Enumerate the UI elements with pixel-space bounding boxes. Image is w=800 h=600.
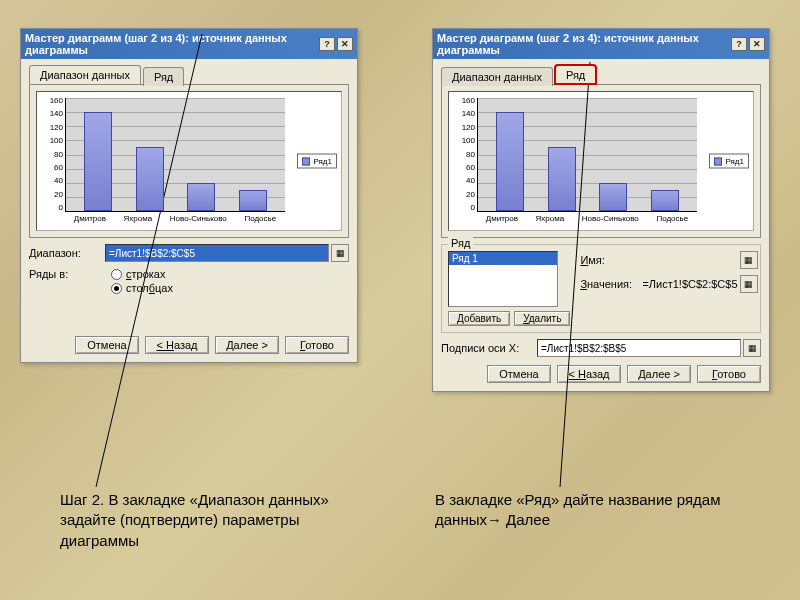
series-item[interactable]: Ряд 1 [449, 252, 557, 265]
titlebar[interactable]: Мастер диаграмм (шаг 2 из 4): источник д… [21, 29, 357, 59]
back-button[interactable]: < Назад [145, 336, 209, 354]
next-button[interactable]: Далее > [627, 365, 691, 383]
delete-series-button[interactable]: Удалить [514, 311, 570, 326]
dialog-buttons: Отмена < Назад Далее > Готово [29, 336, 349, 354]
cancel-button[interactable]: Отмена [75, 336, 139, 354]
add-series-button[interactable]: Добавить [448, 311, 510, 326]
bar-3 [187, 183, 215, 211]
panel-series: 160140120100806040200 Дмитров Яхрома Нов… [441, 84, 761, 238]
series-group-label: Ряд [448, 237, 473, 249]
back-button[interactable]: < Назад [557, 365, 621, 383]
plot-area [477, 98, 697, 212]
x-axis-labels: Дмитров Яхрома Ново-Синьково Подосье [65, 214, 285, 228]
legend: Ряд1 [709, 154, 749, 169]
radio-columns-label: столбцах [126, 282, 173, 294]
chart-wizard-dialog-left: Мастер диаграмм (шаг 2 из 4): источник д… [20, 28, 358, 363]
help-button[interactable]: ? [319, 37, 335, 51]
chart-preview: 160140120100806040200 Дмитров Яхрома Нов… [448, 91, 754, 231]
radio-rows-label: строках [126, 268, 165, 280]
close-button[interactable]: ✕ [749, 37, 765, 51]
range-ref-button[interactable]: ▦ [331, 244, 349, 262]
cancel-button[interactable]: Отмена [487, 365, 551, 383]
panel-data-range: 160140120100806040200 Дмитров Яхрома Нов… [29, 84, 349, 238]
bar-2 [548, 147, 576, 211]
bar-4 [651, 190, 679, 211]
next-button[interactable]: Далее > [215, 336, 279, 354]
tab-series[interactable]: Ряд [143, 67, 184, 86]
bar-3 [599, 183, 627, 211]
rows-in-label: Ряды в: [29, 268, 105, 280]
xlabels-input[interactable]: =Лист1!$B$2:$B$5 [537, 339, 741, 357]
range-input[interactable]: =Лист1!$B$2:$C$5 [105, 244, 329, 262]
xlabels-ref-button[interactable]: ▦ [743, 339, 761, 357]
legend-swatch [714, 157, 722, 165]
name-ref-button[interactable]: ▦ [740, 251, 758, 269]
finish-button[interactable]: Готово [285, 336, 349, 354]
chart-preview: 160140120100806040200 Дмитров Яхрома Нов… [36, 91, 342, 231]
y-axis: 160140120100806040200 [451, 96, 475, 212]
x-axis-labels: Дмитров Яхрома Ново-Синьково Подосье [477, 214, 697, 228]
help-button[interactable]: ? [731, 37, 747, 51]
finish-button[interactable]: Готово [697, 365, 761, 383]
tab-data-range[interactable]: Диапазон данных [29, 65, 141, 84]
bar-1 [84, 112, 112, 211]
titlebar[interactable]: Мастер диаграмм (шаг 2 из 4): источник д… [433, 29, 769, 59]
values-input[interactable]: =Лист1!$C$2:$C$5 [642, 278, 737, 290]
values-ref-button[interactable]: ▦ [740, 275, 758, 293]
xlabels-label: Подписи оси X: [441, 342, 537, 354]
window-title: Мастер диаграмм (шаг 2 из 4): источник д… [437, 32, 731, 56]
plot-area [65, 98, 285, 212]
dialog-buttons: Отмена < Назад Далее > Готово [441, 365, 761, 383]
bar-4 [239, 190, 267, 211]
tab-data-range[interactable]: Диапазон данных [441, 67, 553, 86]
radio-columns[interactable] [111, 283, 122, 294]
series-groupbox: Ряд Ряд 1 Добавить Удалить Имя: ▦ Значен [441, 244, 761, 333]
tab-series[interactable]: Ряд [555, 65, 596, 84]
close-button[interactable]: ✕ [337, 37, 353, 51]
series-listbox[interactable]: Ряд 1 [448, 251, 558, 307]
bar-1 [496, 112, 524, 211]
range-label: Диапазон: [29, 247, 105, 259]
legend-swatch [302, 157, 310, 165]
chart-wizard-dialog-right: Мастер диаграмм (шаг 2 из 4): источник д… [432, 28, 770, 392]
y-axis: 160140120100806040200 [39, 96, 63, 212]
caption-left: Шаг 2. В закладке «Диапазон данных» зада… [60, 490, 380, 551]
values-label: Значения: [580, 278, 642, 290]
caption-right: В закладке «Ряд» дайте название рядам да… [435, 490, 735, 531]
name-label: Имя: [580, 254, 642, 266]
legend: Ряд1 [297, 154, 337, 169]
window-title: Мастер диаграмм (шаг 2 из 4): источник д… [25, 32, 319, 56]
bar-2 [136, 147, 164, 211]
radio-rows[interactable] [111, 269, 122, 280]
